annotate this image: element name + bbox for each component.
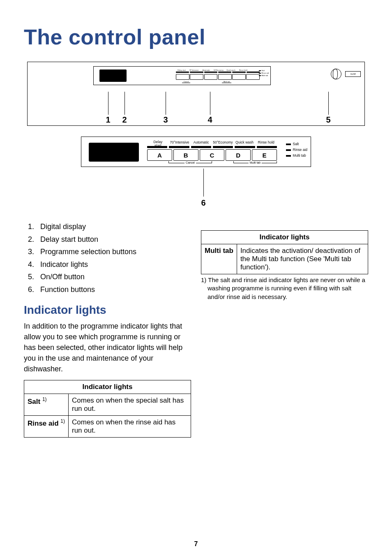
list-item: Function buttons xyxy=(36,283,191,296)
indicator-table-left: Indicator lights Salt 1) Comes on when t… xyxy=(24,380,191,438)
page-number: 7 xyxy=(0,540,392,548)
list-item: On/Off button xyxy=(36,271,191,283)
list-item: Indicator lights xyxy=(36,258,191,271)
control-panel-diagram-main: Delay start 70°Intensive Automatic 50°Ec… xyxy=(27,62,365,126)
section-heading: Indicator lights xyxy=(24,303,191,317)
legend-list: Digital display Delay start button Progr… xyxy=(24,220,191,296)
page-title: The control panel xyxy=(24,25,368,49)
section-paragraph: In addition to the programme indicator l… xyxy=(24,321,191,374)
control-panel-diagram-detail: Delay start 70°Intensive Automatic 50°Ec… xyxy=(81,137,311,211)
footnote: 1) The salt and rinse aid indicator ligh… xyxy=(201,276,368,301)
list-item: Digital display xyxy=(36,220,191,233)
onoff-label: On/Off xyxy=(345,71,361,77)
onoff-knob-icon xyxy=(331,69,341,79)
list-item: Programme selection buttons xyxy=(36,246,191,258)
list-item: Delay start button xyxy=(36,233,191,246)
indicator-table-right: Indicator lights Multi tab Indicates the… xyxy=(201,230,368,274)
